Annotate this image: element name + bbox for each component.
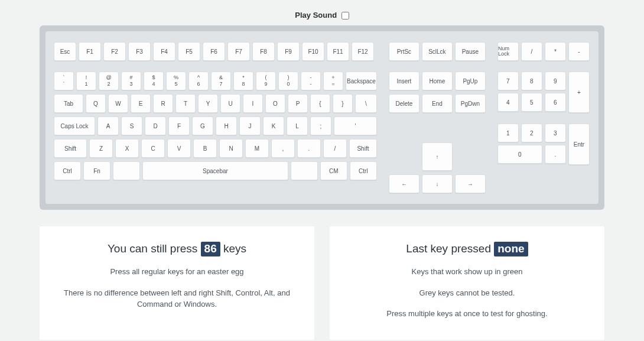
key-l[interactable]: L [287,116,308,135]
key-period[interactable]: . [297,139,321,158]
key-pgup[interactable]: PgUp [455,72,486,90]
key-n[interactable]: N [219,139,243,158]
key-arrow-up[interactable]: ↑ [422,142,453,171]
key-np-dot[interactable]: . [545,145,566,164]
key-np-6[interactable]: 6 [545,93,566,112]
key-np-divide[interactable]: / [521,42,542,61]
key-shift-right[interactable]: Shift [349,139,377,158]
key-np-9[interactable]: 9 [545,72,566,90]
key-np-plus[interactable]: + [568,72,590,113]
key-f12[interactable]: F12 [352,42,374,61]
key-prtsc[interactable]: PrtSc [389,42,419,61]
key-arrow-left[interactable]: ← [389,174,419,193]
key-numlock[interactable]: Num Lock [497,42,519,61]
key-bracket-right[interactable]: } [333,94,353,113]
key-slash[interactable]: / [323,139,347,158]
key-scllck[interactable]: SclLck [422,42,453,61]
key-z[interactable]: Z [89,139,113,158]
key-o[interactable]: O [265,94,285,113]
key-3[interactable]: #3 [121,72,141,90]
key-f2[interactable]: F2 [103,42,126,61]
key-4[interactable]: $4 [144,72,164,90]
key-comma[interactable]: , [271,139,295,158]
key-f11[interactable]: F11 [327,42,349,61]
key-c[interactable]: C [141,139,165,158]
key-np-5[interactable]: 5 [521,93,542,112]
key-0[interactable]: )0 [278,72,298,90]
key-f5[interactable]: F5 [178,42,200,61]
key-j[interactable]: J [239,116,261,135]
key-m[interactable]: M [245,139,269,158]
key-x[interactable]: X [115,139,139,158]
key-r[interactable]: R [153,94,173,113]
key-arrow-down[interactable]: ↓ [422,174,453,193]
key-backspace[interactable]: Backspace [346,72,377,90]
key-delete[interactable]: Delete [389,94,419,113]
key-spacebar[interactable]: Spacebar [142,161,288,180]
key-7[interactable]: &7 [211,72,231,90]
key-8[interactable]: *8 [233,72,253,90]
key-np-2[interactable]: 2 [521,124,542,142]
key-f1[interactable]: F1 [79,42,101,61]
key-alt-right[interactable] [291,161,318,180]
key-t[interactable]: T [175,94,196,113]
key-np-8[interactable]: 8 [521,72,542,90]
key-ctrl-right[interactable]: Ctrl [350,161,377,180]
key-tab[interactable]: Tab [54,94,83,113]
key-np-minus[interactable]: - [568,42,590,61]
key-np-4[interactable]: 4 [497,93,519,112]
key-arrow-right[interactable]: → [455,174,486,193]
key-backslash[interactable]: \ [355,94,377,113]
key-5[interactable]: %5 [166,72,186,90]
key-y[interactable]: Y [198,94,218,113]
key-f6[interactable]: F6 [203,42,225,61]
key-minus[interactable]: -- [301,72,321,90]
key-ctrl-left[interactable]: Ctrl [54,161,81,180]
key-g[interactable]: G [192,116,213,135]
key-home[interactable]: Home [422,72,453,90]
key-shift-left[interactable]: Shift [54,139,87,158]
play-sound-checkbox[interactable] [341,12,349,20]
key-f8[interactable]: F8 [252,42,275,61]
key-alt-left[interactable] [113,161,140,180]
key-e[interactable]: E [131,94,151,113]
key-insert[interactable]: Insert [389,72,419,90]
key-f4[interactable]: F4 [153,42,175,61]
key-np-3[interactable]: 3 [545,124,566,142]
key-p[interactable]: P [288,94,308,113]
key-bracket-left[interactable]: { [310,94,330,113]
key-fn[interactable]: Fn [83,161,110,180]
key-pgdwn[interactable]: PgDwn [455,94,486,113]
key-f7[interactable]: F7 [227,42,250,61]
key-w[interactable]: W [108,94,128,113]
key-quote[interactable]: ' [334,116,377,135]
key-1[interactable]: !1 [76,72,96,90]
key-i[interactable]: I [243,94,263,113]
key-2[interactable]: @2 [99,72,119,90]
key-6[interactable]: ^6 [188,72,209,90]
key-f10[interactable]: F10 [302,42,324,61]
key-np-multiply[interactable]: * [545,42,566,61]
key-f[interactable]: F [168,116,190,135]
key-esc[interactable]: Esc [54,42,76,61]
key-backtick[interactable]: `` [54,72,74,90]
key-equals[interactable]: += [323,72,343,90]
key-f3[interactable]: F3 [128,42,151,61]
key-semicolon[interactable]: ; [310,116,331,135]
key-u[interactable]: U [220,94,240,113]
key-pause[interactable]: Pause [455,42,486,61]
key-v[interactable]: V [167,139,191,158]
key-a[interactable]: A [97,116,119,135]
key-b[interactable]: B [193,139,217,158]
key-cm[interactable]: CM [320,161,347,180]
key-9[interactable]: (9 [256,72,276,90]
key-np-enter[interactable]: Entr [568,124,590,165]
key-d[interactable]: D [145,116,166,135]
key-capslock[interactable]: Caps Lock [54,116,95,135]
key-k[interactable]: K [263,116,284,135]
key-q[interactable]: Q [86,94,106,113]
key-f9[interactable]: F9 [277,42,300,61]
key-np-7[interactable]: 7 [497,72,519,90]
key-h[interactable]: H [216,116,237,135]
key-np-0[interactable]: 0 [497,145,542,164]
